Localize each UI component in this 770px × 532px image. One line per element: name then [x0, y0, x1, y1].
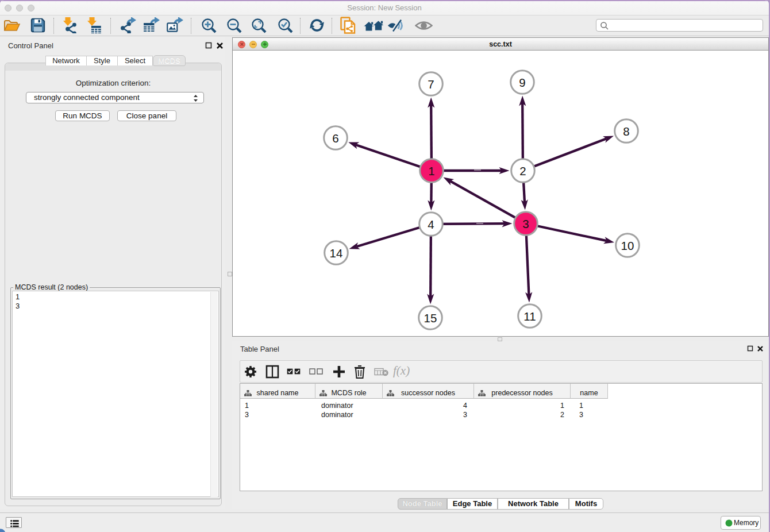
- svg-text:2: 2: [519, 164, 526, 178]
- svg-text:11: 11: [523, 310, 536, 323]
- svg-text:4: 4: [428, 218, 434, 231]
- svg-text:10: 10: [621, 239, 634, 252]
- svg-text:14: 14: [330, 246, 343, 260]
- svg-text:3: 3: [522, 217, 529, 230]
- svg-text:6: 6: [332, 132, 338, 145]
- svg-text:8: 8: [623, 125, 629, 138]
- svg-text:9: 9: [519, 76, 525, 89]
- svg-text:1: 1: [428, 164, 434, 178]
- svg-text:15: 15: [424, 311, 437, 325]
- svg-text:7: 7: [428, 78, 434, 91]
